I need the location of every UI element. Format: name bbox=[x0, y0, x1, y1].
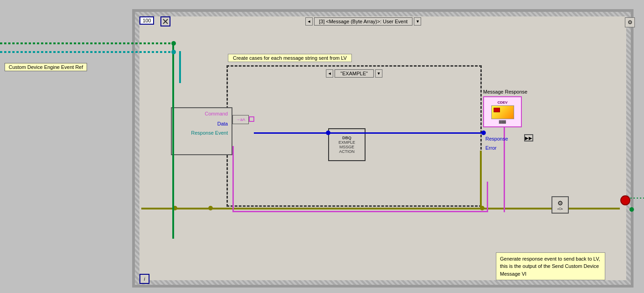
wire-pink-vertical-right bbox=[487, 182, 488, 212]
cluster-command: Command bbox=[172, 108, 232, 119]
wire-green-top bbox=[0, 42, 173, 44]
wire-node-yellow-2 bbox=[208, 206, 213, 210]
case-prev-btn[interactable]: ◄ bbox=[326, 69, 333, 78]
stop-icon bbox=[162, 18, 169, 25]
case-selector-label: "EXAMPLE" bbox=[335, 69, 374, 78]
event-label-text: [3] <Message (Byte Array)>: User Event bbox=[319, 19, 407, 24]
counter-value: 100 bbox=[143, 18, 151, 23]
device-label-box: Custom Device Engine Event Ref bbox=[5, 63, 87, 71]
stop-button[interactable] bbox=[160, 16, 170, 26]
settings-icon-top-right[interactable]: ⚙ bbox=[625, 17, 635, 27]
connector-green-right bbox=[629, 207, 634, 212]
cdev-icon-inner bbox=[494, 108, 500, 112]
gear-function-icon[interactable]: ⚙ •O• bbox=[551, 196, 569, 214]
case-selector: ◄ "EXAMPLE" ▼ bbox=[326, 69, 382, 78]
wire-pink-horizontal-bottom bbox=[232, 211, 488, 212]
wire-blue-horizontal bbox=[254, 132, 484, 134]
dbq-line2: EXMPLE bbox=[339, 140, 355, 145]
case-description-label: Create cases for each message string sen… bbox=[228, 54, 352, 62]
event-selector: ◄ [3] <Message (Byte Array)>: User Event… bbox=[305, 17, 421, 26]
dbq-line4: ACTION bbox=[339, 149, 355, 154]
wire-green-vertical bbox=[172, 42, 174, 239]
red-stop-circle bbox=[620, 195, 630, 205]
error-label: Error bbox=[485, 145, 496, 151]
event-next-btn[interactable]: ▼ bbox=[414, 17, 421, 26]
cdev-block: CDEV ▓▓▓ bbox=[483, 96, 522, 127]
wire-pink-vertical-left bbox=[232, 146, 234, 212]
case-selector-text: "EXAMPLE" bbox=[340, 71, 368, 76]
wire-node-yellow-3 bbox=[480, 206, 484, 210]
connector-green-top bbox=[171, 41, 176, 46]
cdev-label: CDEV bbox=[497, 100, 507, 105]
gear-sub: •O• bbox=[557, 207, 563, 211]
dbq-line3: MSSGE bbox=[340, 145, 355, 149]
connector-cyan-left bbox=[171, 50, 176, 54]
wire-yellow-vertical-right bbox=[480, 151, 482, 208]
case-structure-outer: ◄ "EXAMPLE" ▼ DBQ EXMPLE MSSGE ACTION bbox=[227, 65, 482, 207]
gear-symbol: ⚙ bbox=[557, 199, 563, 207]
wire-yellow-horizontal bbox=[141, 208, 620, 209]
event-prev-btn[interactable]: ◄ bbox=[305, 17, 313, 26]
cluster-box: Command Data Response Event bbox=[171, 107, 232, 155]
response-label: Response bbox=[485, 136, 508, 141]
wire-node-blue-dbq bbox=[326, 131, 330, 135]
tooltip-box: Generate response event to send back to … bbox=[496, 252, 605, 281]
wire-dotted-right bbox=[630, 198, 644, 199]
response-connector: ▶▶ bbox=[524, 134, 533, 141]
cdev-sub-label: ▓▓▓ bbox=[499, 120, 506, 123]
event-label-box: [3] <Message (Byte Array)>: User Event bbox=[314, 17, 412, 26]
loop-index-box: i bbox=[139, 274, 149, 284]
cluster-data: Data bbox=[172, 119, 232, 128]
connector-square-pink bbox=[249, 116, 254, 122]
dbq-label: DBQ bbox=[342, 136, 351, 140]
message-response-title: Message Response bbox=[483, 89, 527, 94]
loop-index-text: i bbox=[144, 277, 145, 282]
case-description-text: Create cases for each message string sen… bbox=[233, 55, 347, 61]
case-next-btn[interactable]: ▼ bbox=[375, 69, 382, 78]
wire-cyan-vertical bbox=[179, 51, 181, 83]
wire-connector-aa: →aA bbox=[232, 115, 249, 124]
cluster-response-event: Response Event bbox=[172, 128, 232, 137]
device-label-text: Custom Device Engine Event Ref bbox=[9, 64, 83, 70]
message-response-area: Message Response CDEV ▓▓▓ bbox=[483, 89, 527, 127]
wire-cyan-left bbox=[0, 51, 173, 53]
wire-node-blue-right bbox=[481, 131, 486, 135]
tooltip-text: Generate response event to send back to … bbox=[500, 256, 600, 277]
counter-box: 100 bbox=[139, 16, 154, 25]
cdev-icon bbox=[491, 105, 514, 119]
